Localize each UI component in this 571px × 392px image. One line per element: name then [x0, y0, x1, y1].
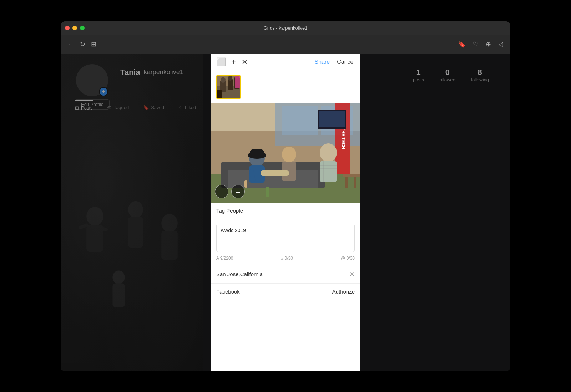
post-modal: ⬜ + ✕ Share Cancel [211, 54, 360, 371]
caption-input[interactable] [216, 224, 355, 252]
square-icon: □ [220, 188, 223, 195]
image-controls: □ ▬ [215, 185, 245, 198]
mention-counter: @ 0/30 [341, 256, 355, 261]
window-title: Grids - karpenkolive1 [264, 25, 308, 31]
thumbnail-strip [211, 71, 360, 103]
svg-rect-40 [261, 170, 289, 176]
tag-people-label: Tag People [216, 208, 243, 214]
send-icon[interactable]: ◁ [498, 40, 503, 48]
hashtag-counter: # 0/30 [281, 256, 293, 261]
main-image: THE TECH [211, 103, 360, 203]
share-button[interactable]: Share [314, 59, 330, 65]
modal-overlay: ⬜ + ✕ Share Cancel [61, 54, 510, 371]
svg-rect-42 [320, 161, 337, 182]
traffic-lights [65, 26, 85, 30]
cancel-button[interactable]: Cancel [337, 59, 355, 65]
landscape-icon: ▬ [236, 189, 240, 194]
location-text: San Jose,California [216, 271, 349, 277]
minimize-button[interactable] [72, 26, 77, 30]
authorize-button[interactable]: Authorize [332, 289, 355, 295]
modal-toolbar-left: ⬜ + ✕ [216, 57, 248, 67]
svg-rect-19 [217, 90, 222, 99]
svg-point-41 [320, 143, 337, 162]
caption-area: A 9/2200 # 0/30 @ 0/30 [211, 219, 360, 265]
modal-toolbar-right: Share Cancel [314, 59, 355, 65]
svg-text:THE TECH: THE TECH [341, 128, 346, 149]
location-row[interactable]: San Jose,California ✕ [211, 265, 360, 284]
fullscreen-button[interactable] [80, 26, 85, 30]
new-post-icon[interactable]: ⬜ [216, 57, 226, 67]
svg-rect-35 [250, 149, 264, 156]
close-button[interactable] [65, 26, 70, 30]
facebook-label: Facebook [216, 289, 332, 295]
mac-window: Grids - karpenkolive1 ← ↻ ⊞ 🔖 ♡ ⊕ ◁ [61, 21, 510, 371]
svg-rect-47 [266, 187, 269, 197]
char-counter: A 9/2200 [216, 256, 233, 261]
location-clear-button[interactable]: ✕ [349, 270, 355, 278]
svg-point-13 [221, 77, 226, 83]
tag-people-row[interactable]: Tag People [211, 203, 360, 219]
selected-thumbnail[interactable] [216, 75, 241, 99]
svg-rect-49 [345, 177, 348, 188]
close-modal-icon[interactable]: ✕ [242, 58, 248, 66]
svg-rect-30 [221, 162, 228, 188]
title-bar: Grids - karpenkolive1 [61, 21, 510, 35]
thumbnail-image [217, 76, 240, 98]
back-icon[interactable]: ← [68, 40, 74, 48]
svg-rect-37 [244, 180, 247, 188]
caption-counters: A 9/2200 # 0/30 @ 0/30 [216, 254, 355, 261]
app-content: ← ↻ ⊞ 🔖 ♡ ⊕ ◁ [61, 35, 510, 371]
grid-view-icon[interactable]: ⊞ [91, 40, 96, 48]
svg-rect-18 [235, 76, 241, 88]
svg-rect-52 [319, 111, 345, 127]
bookmark-icon[interactable]: 🔖 [458, 40, 466, 48]
svg-rect-48 [343, 174, 360, 177]
svg-point-38 [282, 147, 296, 162]
add-post-icon[interactable]: ⊕ [486, 40, 491, 48]
modal-toolbar: ⬜ + ✕ Share Cancel [211, 54, 360, 71]
heart-icon[interactable]: ♡ [473, 40, 479, 48]
svg-rect-23 [282, 106, 318, 135]
app-toolbar: ← ↻ ⊞ 🔖 ♡ ⊕ ◁ [61, 35, 510, 54]
add-media-icon[interactable]: + [232, 58, 236, 66]
landscape-crop-button[interactable]: ▬ [231, 185, 245, 198]
svg-rect-50 [354, 177, 356, 188]
profile-background: + Edit Profile Tania karpenkolive1 1 pos… [61, 54, 510, 371]
svg-rect-14 [228, 79, 233, 90]
svg-rect-29 [225, 162, 325, 170]
toolbar-actions: 🔖 ♡ ⊕ ◁ [458, 40, 503, 48]
facebook-row: Facebook Authorize [211, 284, 360, 300]
forward-icon[interactable]: ↻ [80, 40, 85, 48]
square-crop-button[interactable]: □ [215, 185, 228, 198]
svg-point-15 [228, 76, 232, 81]
